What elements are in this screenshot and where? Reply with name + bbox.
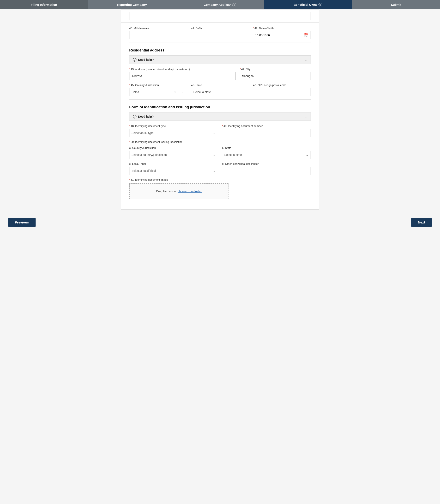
row-40-41-42: 40. Middle name 41. Suffix *42. Date of …: [129, 27, 311, 39]
footer-navigation: Previous Next: [0, 214, 440, 231]
section-heading-residential: Residential address: [129, 46, 311, 53]
required-marker-51: *: [129, 178, 130, 181]
chevron-down-icon-50a: ⌄: [211, 153, 218, 157]
label-51: *51. Identifying document image: [129, 178, 229, 181]
row-45-46-47: *45. Country/Jurisdiction China United S…: [129, 83, 311, 96]
field-group-46: 46. State Select a state ⌄: [191, 83, 249, 96]
help-left-2: ? Need help?: [133, 115, 154, 119]
section-name-dob: 40. Middle name 41. Suffix *42. Date of …: [121, 23, 319, 203]
input-other-tribal[interactable]: [222, 167, 311, 175]
select-wrap-46: Select a state ⌄: [191, 88, 249, 96]
select-wrap-50c: Select a local/tribal ⌄: [129, 167, 218, 175]
label-44: *44. City: [240, 68, 311, 71]
field-group-40: 40. Middle name: [129, 27, 187, 39]
dob-input-wrap: 📅: [253, 31, 311, 39]
select-divider-45: [179, 90, 179, 95]
field-group-50-heading: *50. Identifying document issuing jurisd…: [129, 140, 311, 143]
required-marker-44: *: [240, 68, 241, 71]
tab-company-applicants[interactable]: Company Applicant(s): [176, 0, 264, 9]
need-help-label-1: Need help?: [138, 58, 154, 61]
need-help-label-2: Need help?: [138, 115, 154, 118]
select-state-46[interactable]: Select a state: [191, 88, 242, 96]
required-marker-43: *: [129, 68, 130, 71]
chevron-down-icon-48: ⌄: [211, 131, 218, 135]
select-state-50b[interactable]: Select a state: [222, 151, 304, 159]
field-group-43: *43. Address (number, street, and apt. o…: [129, 68, 236, 80]
label-40: 40. Middle name: [129, 27, 187, 30]
input-zip[interactable]: [253, 88, 311, 96]
label-50: *50. Identifying document issuing jurisd…: [129, 140, 311, 143]
input-address[interactable]: [129, 72, 236, 80]
partial-top-row: [121, 10, 319, 23]
divider-1: [129, 42, 311, 43]
field-group-50a: a. Country/Jurisdiction Select a country…: [129, 146, 218, 159]
select-wrap-48: Select an ID type Passport Driver's Lice…: [129, 129, 218, 137]
required-marker-49: *: [222, 124, 223, 128]
calendar-icon[interactable]: 📅: [302, 33, 311, 37]
select-wrap-50b: Select a state ⌄: [222, 151, 311, 159]
input-suffix[interactable]: [191, 31, 249, 39]
label-45: *45. Country/Jurisdiction: [129, 83, 187, 87]
select-country[interactable]: China United States: [129, 88, 173, 96]
label-49: *49. Identifying document number: [222, 124, 311, 128]
required-marker-45: *: [129, 83, 130, 87]
previous-button[interactable]: Previous: [8, 218, 36, 227]
field-group-41: 41. Suffix: [191, 27, 249, 39]
row-48-49: *48. Identifying document type Select an…: [129, 124, 311, 137]
input-dob[interactable]: [253, 31, 302, 39]
upload-text: Drag file here or: [156, 190, 178, 193]
select-wrap-50a: Select a country/jurisdiction ⌄: [129, 151, 218, 159]
help-left-1: ? Need help?: [133, 58, 154, 62]
field-group-50c: c. Local/Tribal Select a local/tribal ⌄: [129, 162, 218, 175]
select-id-type[interactable]: Select an ID type Passport Driver's Lice…: [129, 129, 211, 137]
help-circle-icon-2: ?: [133, 115, 137, 119]
clear-country-button[interactable]: ✕: [173, 90, 178, 94]
label-43: *43. Address (number, street, and apt. o…: [129, 68, 236, 71]
select-wrap-45: China United States ✕ ⌄: [129, 88, 187, 96]
next-button[interactable]: Next: [411, 218, 432, 227]
chevron-down-icon-50b: ⌄: [304, 153, 311, 157]
chevron-down-icon-50c: ⌄: [211, 169, 218, 173]
field-group-47: 47. ZIP/Foreign postal code: [253, 83, 311, 96]
field-group-42: *42. Date of birth 📅: [253, 27, 311, 39]
chevron-down-icon-1: ⌄: [304, 58, 307, 62]
select-local-tribal[interactable]: Select a local/tribal: [129, 167, 211, 175]
row-50a-50b: a. Country/Jurisdiction Select a country…: [129, 146, 311, 159]
divider-2: [129, 99, 311, 100]
label-50b: b. State: [222, 146, 311, 150]
section-heading-identification: Form of identification and issuing juris…: [129, 103, 311, 109]
field-group-50d: d. Other local/Tribal description: [222, 162, 311, 175]
row-50c-50d: c. Local/Tribal Select a local/tribal ⌄ …: [129, 162, 311, 175]
required-marker-48: *: [129, 124, 130, 128]
choose-from-folder-link[interactable]: choose from folder: [178, 190, 202, 193]
label-47: 47. ZIP/Foreign postal code: [253, 83, 311, 87]
field-group-50b: b. State Select a state ⌄: [222, 146, 311, 159]
upload-area[interactable]: Drag file here or choose from folder: [129, 183, 229, 199]
help-circle-icon-1: ?: [133, 58, 137, 62]
field-group-51: *51. Identifying document image Drag fil…: [129, 178, 229, 199]
label-41: 41. Suffix: [191, 27, 249, 30]
chevron-down-icon-46: ⌄: [242, 90, 249, 94]
need-help-bar-1[interactable]: ? Need help? ⌄: [129, 55, 311, 64]
form-container: 40. Middle name 41. Suffix *42. Date of …: [121, 9, 319, 210]
tab-reporting-company[interactable]: Reporting Company: [88, 0, 176, 9]
input-middle-name[interactable]: [129, 31, 187, 39]
select-country-jurisdiction[interactable]: Select a country/jurisdiction: [129, 151, 211, 159]
field-group-44: *44. City: [240, 68, 311, 80]
label-48: *48. Identifying document type: [129, 124, 218, 128]
label-50c: c. Local/Tribal: [129, 162, 218, 165]
partial-input-right[interactable]: [222, 12, 311, 20]
label-46: 46. State: [191, 83, 249, 87]
partial-input-left[interactable]: [129, 12, 218, 20]
tab-filing-information[interactable]: Filing Information: [0, 0, 88, 9]
tab-submit[interactable]: Submit: [352, 0, 440, 9]
tab-beneficial-owners[interactable]: Beneficial Owner(s): [264, 0, 352, 9]
label-50d: d. Other local/Tribal description: [222, 162, 311, 165]
label-42: *42. Date of birth: [253, 27, 311, 30]
row-43-44: *43. Address (number, street, and apt. o…: [129, 68, 311, 80]
input-doc-number[interactable]: [222, 129, 311, 137]
need-help-bar-2[interactable]: ? Need help? ⌄: [129, 112, 311, 121]
input-city[interactable]: [240, 72, 311, 80]
field-group-49: *49. Identifying document number: [222, 124, 311, 137]
label-50a: a. Country/Jurisdiction: [129, 146, 218, 150]
